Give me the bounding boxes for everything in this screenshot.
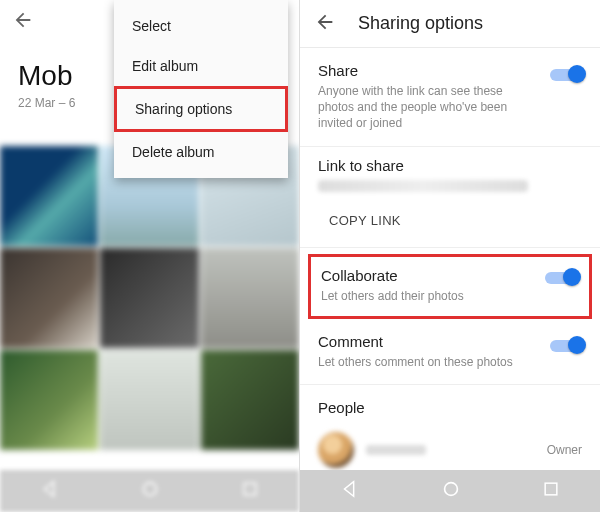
- back-icon[interactable]: [12, 9, 34, 35]
- back-icon[interactable]: [314, 11, 336, 37]
- people-section-header: People: [300, 385, 600, 420]
- svg-rect-3: [545, 483, 557, 495]
- photo-thumb[interactable]: [201, 248, 299, 348]
- nav-back-icon[interactable]: [39, 478, 61, 504]
- menu-item-delete-album[interactable]: Delete album: [114, 132, 288, 172]
- comment-desc: Let others comment on these photos: [318, 354, 582, 370]
- link-title: Link to share: [318, 157, 582, 174]
- svg-rect-1: [244, 483, 256, 495]
- page-title: Sharing options: [358, 13, 483, 34]
- people-title: People: [318, 399, 582, 416]
- photo-thumb[interactable]: [0, 350, 98, 450]
- collaborate-section: Collaborate Let others add their photos: [308, 254, 592, 319]
- menu-item-sharing-options[interactable]: Sharing options: [114, 86, 288, 132]
- nav-recent-icon[interactable]: [541, 479, 561, 503]
- avatar[interactable]: [318, 432, 354, 468]
- link-section: Link to share COPY LINK: [300, 147, 600, 247]
- album-screen: Mob 22 Mar – 6 Select Edit album Sharing…: [0, 0, 300, 512]
- android-navbar: [0, 470, 299, 512]
- photo-thumb[interactable]: [100, 248, 198, 348]
- photo-thumb[interactable]: [201, 350, 299, 450]
- share-link-value: [318, 180, 528, 192]
- android-navbar: [300, 470, 600, 512]
- comment-section: Comment Let others comment on these phot…: [300, 319, 600, 384]
- overflow-menu: Select Edit album Sharing options Delete…: [114, 0, 288, 178]
- svg-point-0: [144, 483, 157, 496]
- svg-point-2: [445, 483, 458, 496]
- owner-label: Owner: [547, 443, 582, 457]
- share-title: Share: [318, 62, 582, 79]
- menu-item-select[interactable]: Select: [114, 6, 288, 46]
- collaborate-desc: Let others add their photos: [321, 288, 579, 304]
- collaborate-title: Collaborate: [321, 267, 579, 284]
- nav-recent-icon[interactable]: [240, 479, 260, 503]
- comment-title: Comment: [318, 333, 582, 350]
- collaborate-toggle[interactable]: [545, 267, 581, 287]
- nav-back-icon[interactable]: [339, 478, 361, 504]
- nav-home-icon[interactable]: [139, 478, 161, 504]
- share-desc: Anyone with the link can see these photo…: [318, 83, 582, 132]
- share-toggle[interactable]: [550, 64, 586, 84]
- sharing-options-screen: Sharing options Share Anyone with the li…: [300, 0, 600, 512]
- photo-grid[interactable]: [0, 146, 299, 472]
- share-section: Share Anyone with the link can see these…: [300, 48, 600, 146]
- copy-link-button[interactable]: COPY LINK: [318, 204, 412, 237]
- menu-item-edit-album[interactable]: Edit album: [114, 46, 288, 86]
- photo-thumb[interactable]: [0, 248, 98, 348]
- photo-thumb[interactable]: [100, 350, 198, 450]
- photo-thumb[interactable]: [0, 146, 98, 246]
- person-name: [366, 445, 426, 455]
- comment-toggle[interactable]: [550, 335, 586, 355]
- divider: [300, 247, 600, 248]
- nav-home-icon[interactable]: [440, 478, 462, 504]
